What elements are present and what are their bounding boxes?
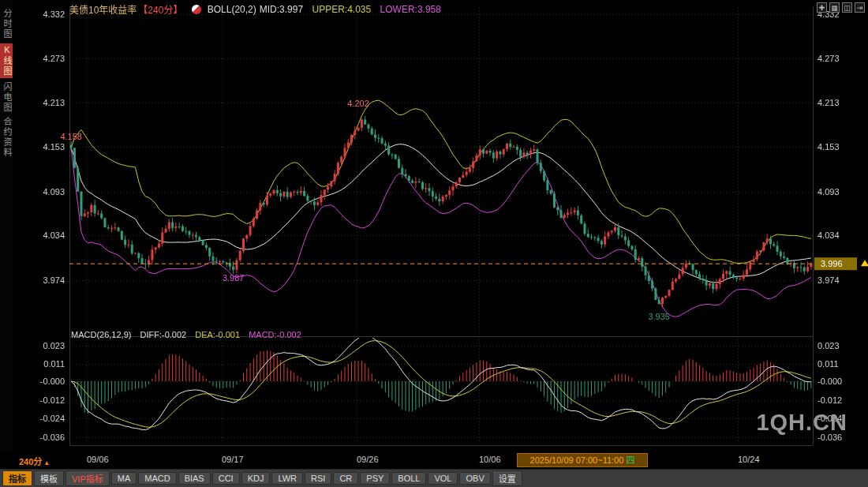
toolbar-item-模板[interactable]: 模板 bbox=[34, 470, 64, 486]
expand-right-icon[interactable]: ⇥ bbox=[855, 2, 865, 13]
boll-lower-value: LOWER:3.958 bbox=[380, 4, 441, 15]
chart-header: 美债10年收益率【240分】 BOLL(20,2)MID:3.997 UPPER… bbox=[69, 2, 447, 16]
macd-diff-value: DIFF:-0.002 bbox=[140, 330, 186, 339]
axis-period-label[interactable]: 240分▲ bbox=[19, 455, 50, 467]
sidebar-item-2[interactable]: 闪电图 bbox=[0, 82, 13, 113]
window-layout-icons: ✚▦◫⇥ bbox=[817, 2, 865, 13]
boll-mid-value: MID:3.997 bbox=[260, 4, 303, 15]
x-axis-label-09/06: 09/06 bbox=[87, 455, 109, 464]
macd-header: MACD(26,12,9) DIFF:-0.002 DEA:-0.001 MAC… bbox=[71, 330, 308, 339]
selected-bar-weekday: 四 bbox=[626, 455, 634, 465]
x-axis-label-10/24: 10/24 bbox=[738, 455, 760, 464]
toolbar-item-CR[interactable]: CR bbox=[333, 472, 358, 485]
toolbar-item-MACD[interactable]: MACD bbox=[138, 472, 176, 485]
watermark: 1QH.CN bbox=[756, 410, 847, 436]
x-axis-label-10/06: 10/06 bbox=[479, 455, 501, 464]
toolbar-item-设置[interactable]: 设置 bbox=[492, 470, 522, 486]
toolbar-item-CCI[interactable]: CCI bbox=[212, 472, 240, 485]
kline-chart-canvas[interactable] bbox=[13, 0, 868, 451]
grid-layout-icon[interactable]: ▦ bbox=[829, 2, 840, 13]
toolbar-item-BIAS[interactable]: BIAS bbox=[178, 472, 211, 485]
toolbar-item-VIP指标[interactable]: VIP指标 bbox=[65, 470, 110, 486]
time-axis-row: 240分▲ 2025/10/09 07:00~11:00 四 09/0609/1… bbox=[0, 451, 868, 469]
chart-area: 美债10年收益率【240分】 BOLL(20,2)MID:3.997 UPPER… bbox=[13, 0, 868, 451]
toolbar-item-RSI[interactable]: RSI bbox=[305, 472, 331, 485]
period-tag[interactable]: 【240分】 bbox=[138, 5, 182, 16]
macd-macd-value: MACD:-0.002 bbox=[249, 330, 301, 339]
boll-upper-value: UPPER:4.035 bbox=[312, 4, 371, 15]
macd-params-label: MACD(26,12,9) bbox=[71, 330, 131, 339]
toolbar-item-OBV[interactable]: OBV bbox=[459, 472, 490, 485]
instrument-title: 美债10年收益率 bbox=[69, 5, 137, 16]
toolbar-item-PSY[interactable]: PSY bbox=[360, 472, 390, 485]
sidebar-item-0[interactable]: 分时图 bbox=[0, 9, 13, 39]
sidebar-item-1[interactable]: K线图 bbox=[0, 43, 13, 78]
toolbar-item-LWR[interactable]: LWR bbox=[271, 472, 303, 485]
bottom-indicator-toolbar: 指标模板VIP指标MAMACDBIASCCIKDJLWRRSICRPSYBOLL… bbox=[0, 469, 868, 487]
split-view-icon[interactable]: ◫ bbox=[842, 2, 852, 13]
macd-dea-value: DEA:-0.001 bbox=[195, 330, 240, 339]
left-chart-type-sidebar: 分时图K线图闪电图合约资料 bbox=[0, 0, 13, 451]
toolbar-item-VOL[interactable]: VOL bbox=[428, 472, 458, 485]
boll-indicator-label: BOLL(20,2) bbox=[208, 4, 256, 15]
wenhua-logo-icon bbox=[192, 5, 201, 14]
x-axis-label-09/17: 09/17 bbox=[222, 455, 244, 464]
futures-charting-app: 分时图K线图闪电图合约资料 美债10年收益率【240分】 BOLL(20,2)M… bbox=[0, 0, 868, 487]
toolbar-item-BOLL[interactable]: BOLL bbox=[391, 472, 426, 485]
selected-bar-datetime: 2025/10/09 07:00~11:00 四 bbox=[517, 453, 648, 467]
axis-period-text: 240分 bbox=[19, 457, 42, 466]
toolbar-item-MA[interactable]: MA bbox=[111, 472, 137, 485]
selected-bar-date-text: 2025/10/09 07:00~11:00 bbox=[530, 455, 624, 465]
toolbar-item-指标[interactable]: 指标 bbox=[2, 470, 32, 486]
x-axis-label-09/26: 09/26 bbox=[357, 455, 379, 464]
add-panel-icon[interactable]: ✚ bbox=[817, 2, 827, 13]
period-up-arrow-icon: ▲ bbox=[43, 459, 50, 466]
sidebar-item-3[interactable]: 合约资料 bbox=[0, 117, 13, 158]
toolbar-item-KDJ[interactable]: KDJ bbox=[241, 472, 271, 485]
